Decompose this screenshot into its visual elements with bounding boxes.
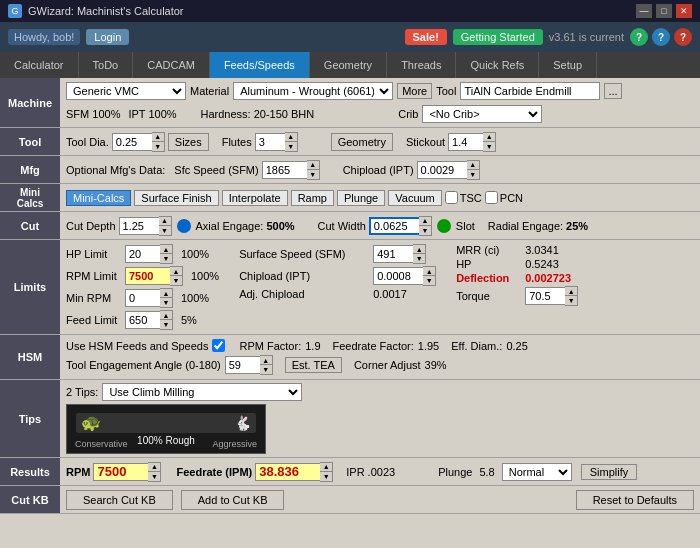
- hp-val-label: HP: [456, 258, 521, 270]
- hp-up[interactable]: ▲: [160, 245, 172, 254]
- tab-setup[interactable]: Setup: [539, 52, 597, 78]
- tip-select[interactable]: Use Climb Milling: [102, 383, 302, 401]
- feedrate-down[interactable]: ▼: [320, 472, 332, 481]
- getting-started-button[interactable]: Getting Started: [453, 29, 543, 45]
- cut-width-up[interactable]: ▲: [419, 217, 431, 226]
- hp-limit-input[interactable]: [125, 245, 160, 263]
- chipload-ipt-input[interactable]: [373, 267, 423, 285]
- chipload-down[interactable]: ▼: [467, 170, 479, 179]
- min-rpm-down[interactable]: ▼: [160, 298, 172, 307]
- stickout-input[interactable]: [448, 133, 483, 151]
- rpm-up[interactable]: ▲: [170, 267, 182, 276]
- crib-select[interactable]: <No Crib>: [422, 105, 542, 123]
- rpm-limit-row: RPM Limit ▲▼ 100%: [66, 266, 219, 286]
- feed-up[interactable]: ▲: [160, 311, 172, 320]
- machine-select[interactable]: Generic VMC: [66, 82, 186, 100]
- tab-quick-refs[interactable]: Quick Refs: [456, 52, 539, 78]
- geometry-button[interactable]: Geometry: [331, 133, 393, 151]
- cl-down[interactable]: ▼: [423, 276, 435, 285]
- adj-chipload-row: Adj. Chipload 0.0017: [239, 288, 436, 300]
- tool-dots-button[interactable]: ...: [604, 83, 621, 99]
- pcn-checkbox[interactable]: [485, 191, 498, 204]
- rpm-result-down[interactable]: ▼: [148, 472, 160, 481]
- tea-input[interactable]: [225, 356, 260, 374]
- maximize-button[interactable]: □: [656, 4, 672, 18]
- search-cut-button[interactable]: Search Cut KB: [66, 490, 173, 510]
- sale-button[interactable]: Sale!: [405, 29, 447, 45]
- surface-finish-button[interactable]: Surface Finish: [134, 190, 218, 206]
- tab-todo[interactable]: ToDo: [79, 52, 134, 78]
- torque-up[interactable]: ▲: [565, 287, 577, 296]
- ss-up[interactable]: ▲: [413, 245, 425, 254]
- feed-limit-input[interactable]: [125, 311, 160, 329]
- minimize-button[interactable]: —: [636, 4, 652, 18]
- simplify-button[interactable]: Simplify: [581, 464, 638, 480]
- stickout-up[interactable]: ▲: [483, 133, 495, 142]
- help-button-3[interactable]: ?: [674, 28, 692, 46]
- rpm-input[interactable]: [93, 463, 148, 481]
- sfc-up[interactable]: ▲: [307, 161, 319, 170]
- cut-width-down[interactable]: ▼: [419, 226, 431, 235]
- hp-down[interactable]: ▼: [160, 254, 172, 263]
- tsc-checkbox[interactable]: [445, 191, 458, 204]
- feed-down[interactable]: ▼: [160, 320, 172, 329]
- rpm-result-up[interactable]: ▲: [148, 463, 160, 472]
- material-select[interactable]: Aluminum - Wrought (6061): [233, 82, 393, 100]
- ss-down[interactable]: ▼: [413, 254, 425, 263]
- reset-button[interactable]: Reset to Defaults: [576, 490, 694, 510]
- rough-bar-track: 🐢 🐇: [76, 413, 256, 433]
- normal-select[interactable]: Normal: [502, 463, 572, 481]
- tool-value[interactable]: TiAlN Carbide Endmill: [460, 82, 600, 100]
- hsm-checkbox[interactable]: [212, 339, 225, 352]
- feedrate-input[interactable]: [255, 463, 320, 481]
- cut-depth-down[interactable]: ▼: [159, 226, 171, 235]
- cut-depth-input[interactable]: [119, 217, 159, 235]
- stickout-down[interactable]: ▼: [483, 142, 495, 151]
- tab-threads[interactable]: Threads: [387, 52, 456, 78]
- tab-calculator[interactable]: Calculator: [0, 52, 79, 78]
- help-button-2[interactable]: ?: [652, 28, 670, 46]
- cl-up[interactable]: ▲: [423, 267, 435, 276]
- sfc-down[interactable]: ▼: [307, 170, 319, 179]
- chipload-ipt-label: Chipload (IPT): [239, 270, 369, 282]
- mrr-value: 3.0341: [525, 244, 559, 256]
- cut-width-input[interactable]: [369, 217, 419, 235]
- flutes-down[interactable]: ▼: [285, 142, 297, 151]
- chipload-input[interactable]: [417, 161, 467, 179]
- tea-up[interactable]: ▲: [260, 356, 272, 365]
- min-rpm-up[interactable]: ▲: [160, 289, 172, 298]
- tool-dia-input[interactable]: [112, 133, 152, 151]
- ramp-button[interactable]: Ramp: [291, 190, 334, 206]
- sizes-button[interactable]: Sizes: [168, 133, 209, 151]
- torque-down[interactable]: ▼: [565, 296, 577, 305]
- torque-input[interactable]: [525, 287, 565, 305]
- vacuum-button[interactable]: Vacuum: [388, 190, 442, 206]
- help-button-1[interactable]: ?: [630, 28, 648, 46]
- close-button[interactable]: ✕: [676, 4, 692, 18]
- mini-calcs-button[interactable]: Mini-Calcs: [66, 190, 131, 206]
- optional-label: Optional Mfg's Data:: [66, 164, 165, 176]
- interpolate-button[interactable]: Interpolate: [222, 190, 288, 206]
- surface-speed-input[interactable]: [373, 245, 413, 263]
- tool-dia-down[interactable]: ▼: [152, 142, 164, 151]
- tea-down[interactable]: ▼: [260, 365, 272, 374]
- tab-feeds-speeds[interactable]: Feeds/Speeds: [210, 52, 310, 78]
- flutes-up[interactable]: ▲: [285, 133, 297, 142]
- rpm-down[interactable]: ▼: [170, 276, 182, 285]
- tool-dia-up[interactable]: ▲: [152, 133, 164, 142]
- feedrate-up[interactable]: ▲: [320, 463, 332, 472]
- plunge-button[interactable]: Plunge: [337, 190, 385, 206]
- tab-geometry[interactable]: Geometry: [310, 52, 387, 78]
- more-button[interactable]: More: [397, 83, 432, 99]
- min-rpm-input[interactable]: [125, 289, 160, 307]
- rpm-limit-input[interactable]: [125, 267, 170, 285]
- login-button[interactable]: Login: [86, 29, 129, 45]
- tab-cadcam[interactable]: CADCAM: [133, 52, 210, 78]
- cut-depth-up[interactable]: ▲: [159, 217, 171, 226]
- add-cut-button[interactable]: Add to Cut KB: [181, 490, 285, 510]
- flutes-input[interactable]: [255, 133, 285, 151]
- chipload-up[interactable]: ▲: [467, 161, 479, 170]
- sfc-speed-input[interactable]: [262, 161, 307, 179]
- cut-width-input-group: ▲▼: [369, 216, 432, 236]
- est-tea-button[interactable]: Est. TEA: [285, 357, 342, 373]
